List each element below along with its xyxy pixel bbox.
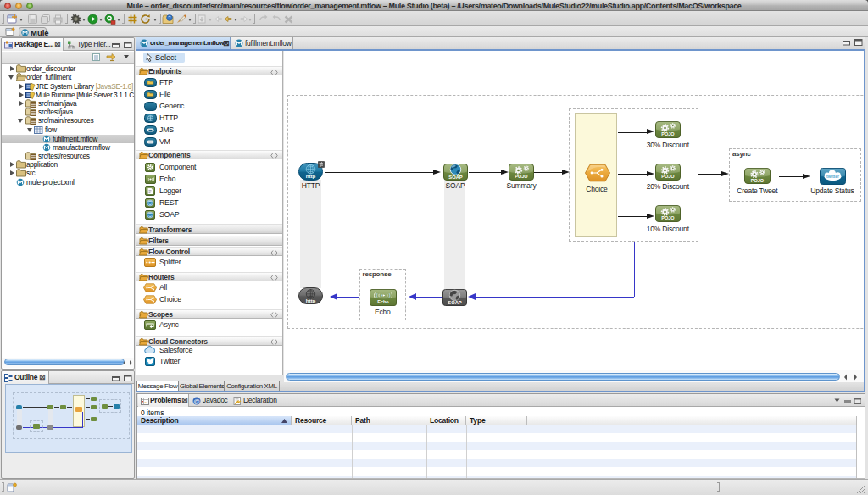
svg-text:Echo: Echo — [377, 299, 389, 304]
svg-text:http: http — [306, 173, 316, 179]
svg-text:http: http — [306, 298, 316, 303]
svg-text:SOAP: SOAP — [448, 175, 463, 180]
svg-text:POJO: POJO — [515, 174, 528, 179]
svg-text:SOAP: SOAP — [448, 300, 462, 305]
svg-text:twitter: twitter — [826, 174, 839, 179]
svg-text:POJO: POJO — [751, 178, 765, 183]
svg-text:POJO: POJO — [661, 174, 675, 179]
svg-text:POJO: POJO — [661, 131, 675, 136]
svg-text:@: @ — [193, 397, 199, 404]
svg-text:POJO: POJO — [661, 215, 675, 220]
